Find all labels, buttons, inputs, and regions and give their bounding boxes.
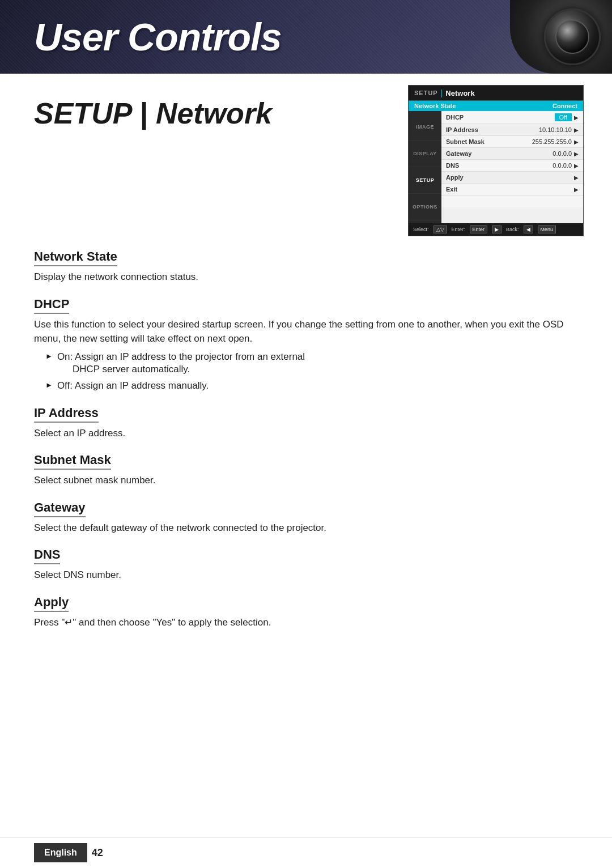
header: User Controls: [0, 0, 612, 74]
section-bullet-dhcp-on-indent: DHCP server automatically.: [73, 364, 578, 375]
bullet-arrow-icon-1: ►: [45, 351, 53, 362]
ui-footer-menu-key: Menu: [538, 225, 556, 233]
ui-row-gateway-value: 0.0.0.0 ▶: [552, 150, 579, 157]
section-ip-address: IP Address Select an IP address.: [34, 406, 578, 441]
ui-row-dhcp-label: DHCP: [446, 114, 464, 121]
ui-header-network-label: Network: [445, 89, 474, 97]
ui-row-apply-label: Apply: [446, 174, 464, 181]
section-body-network-state: Display the network connection status.: [34, 270, 578, 284]
ui-footer-enter-key: Enter: [470, 225, 488, 233]
section-heading-apply: Apply: [34, 595, 69, 612]
dhcp-arrow-icon: ▶: [574, 114, 579, 121]
camera-decoration: [510, 0, 612, 74]
ui-footer-enter-arrow: ▶: [492, 225, 502, 233]
ui-row-exit-label: Exit: [446, 186, 457, 193]
ui-row-dns: DNS 0.0.0.0 ▶: [441, 160, 583, 172]
section-body-dhcp: Use this function to select your desired…: [34, 317, 578, 346]
ui-top-bar-label: Network State: [414, 103, 456, 109]
ui-row-gateway: Gateway 0.0.0.0 ▶: [441, 148, 583, 160]
exit-arrow-icon: ▶: [574, 186, 579, 193]
ui-row-apply: Apply ▶: [441, 172, 583, 184]
gateway-arrow-icon: ▶: [574, 151, 579, 157]
ui-footer-select-key: △▽: [434, 225, 447, 233]
ui-row-apply-value: ▶: [574, 175, 579, 181]
ip-arrow-icon: ▶: [574, 127, 579, 133]
content-sections: Network State Display the network connec…: [34, 249, 578, 629]
section-apply: Apply Press "↵" and then choose "Yes" to…: [34, 595, 578, 630]
ui-row-dns-value: 0.0.0.0 ▶: [552, 162, 579, 169]
section-gateway: Gateway Select the default gateway of th…: [34, 500, 578, 535]
ui-header-setup-label: SETUP: [414, 90, 438, 96]
ui-header-divider: |: [441, 88, 443, 97]
dns-arrow-icon: ▶: [574, 163, 579, 169]
bullet-arrow-icon-2: ►: [45, 380, 53, 391]
ui-footer-select-label: Select:: [413, 227, 429, 232]
section-bullet-dhcp-off: ► Off: Assign an IP address manually.: [45, 378, 578, 393]
section-network-state: Network State Display the network connec…: [34, 249, 578, 284]
section-dns: DNS Select DNS number.: [34, 547, 578, 582]
ui-panel: SETUP | Network Network State Connect IM…: [408, 85, 584, 236]
ui-footer-back-label: Back:: [506, 227, 519, 232]
ui-spacer: [441, 195, 583, 207]
section-body-ip: Select an IP address.: [34, 426, 578, 441]
page-footer: English 42: [0, 837, 612, 868]
camera-lens: [544, 8, 601, 65]
main-content: SETUP | Network Network State Connect IM…: [0, 74, 612, 659]
section-body-subnet: Select subnet mask number.: [34, 473, 578, 488]
page-title: User Controls: [0, 15, 282, 59]
ui-row-dhcp: DHCP Off ▶: [441, 111, 583, 124]
ui-row-ip-value: 10.10.10.10 ▶: [539, 126, 579, 133]
ui-sidebar: IMAGE DISPLAY SETUP OPTIONS: [409, 111, 441, 223]
section-dhcp: DHCP Use this function to select your de…: [34, 297, 578, 393]
language-tab: English: [34, 843, 87, 862]
apply-arrow-icon: ▶: [574, 175, 579, 181]
ui-top-bar-value: Connect: [552, 103, 577, 109]
ui-panel-header: SETUP | Network: [409, 86, 583, 101]
sidebar-item-options: OPTIONS: [409, 194, 441, 220]
section-heading-subnet: Subnet Mask: [34, 453, 111, 470]
section-heading-network-state: Network State: [34, 249, 117, 266]
ui-row-subnet: Subnet Mask 255.255.255.0 ▶: [441, 136, 583, 148]
section-heading-ip: IP Address: [34, 406, 99, 423]
sidebar-item-display: DISPLAY: [409, 141, 441, 167]
section-body-apply: Press "↵" and then choose "Yes" to apply…: [34, 615, 578, 630]
ui-row-exit: Exit ▶: [441, 184, 583, 195]
ui-panel-rows: DHCP Off ▶ IP Address 10.10.10.10 ▶ Subn…: [441, 111, 583, 223]
ui-row-ip: IP Address 10.10.10.10 ▶: [441, 124, 583, 136]
section-body-gateway: Select the default gateway of the networ…: [34, 521, 578, 535]
ui-row-subnet-value: 255.255.255.0 ▶: [532, 138, 579, 145]
sidebar-item-image: IMAGE: [409, 114, 441, 141]
section-bullet-dhcp-on: ► On: Assign an IP address to the projec…: [45, 350, 578, 364]
section-heading-gateway: Gateway: [34, 500, 86, 517]
section-subnet-mask: Subnet Mask Select subnet mask number.: [34, 453, 578, 488]
section-bullet-dhcp-on-text: On: Assign an IP address to the projecto…: [57, 350, 305, 364]
section-heading-dhcp: DHCP: [34, 297, 69, 314]
camera-lens-inner: [555, 20, 589, 54]
dhcp-off-badge: Off: [555, 113, 572, 121]
ui-panel-body: IMAGE DISPLAY SETUP OPTIONS DHCP Off ▶ I…: [409, 111, 583, 223]
subnet-arrow-icon: ▶: [574, 139, 579, 145]
ui-row-exit-value: ▶: [574, 186, 579, 193]
ui-panel-footer: Select: △▽ Enter: Enter ▶ Back: ◀ Menu: [409, 223, 583, 236]
ui-row-ip-label: IP Address: [446, 126, 478, 133]
section-body-dns: Select DNS number.: [34, 568, 578, 582]
ui-top-bar: Network State Connect: [409, 101, 583, 111]
ui-row-subnet-label: Subnet Mask: [446, 138, 484, 145]
sidebar-item-setup: SETUP: [409, 167, 441, 194]
ui-footer-back-key: ◀: [524, 225, 533, 233]
ui-row-dns-label: DNS: [446, 162, 459, 169]
section-heading-dns: DNS: [34, 547, 60, 564]
page-number: 42: [92, 847, 103, 859]
ui-footer-enter-label: Enter:: [452, 227, 465, 232]
ui-row-dhcp-value: Off ▶: [555, 113, 579, 121]
section-bullet-dhcp-off-text: Off: Assign an IP address manually.: [57, 378, 209, 393]
ui-row-gateway-label: Gateway: [446, 150, 471, 157]
